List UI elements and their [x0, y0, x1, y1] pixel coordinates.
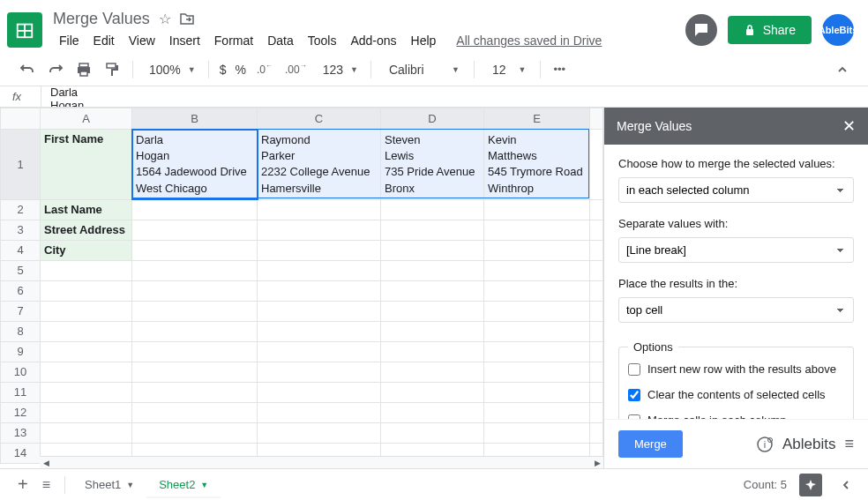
merge-how-select[interactable]: in each selected column	[618, 177, 854, 203]
row-header-4[interactable]: 4	[1, 240, 41, 260]
cell-F1[interactable]	[590, 130, 603, 200]
formula-input[interactable]: Darla Hogan	[41, 86, 868, 107]
all-sheets-button[interactable]: ≡	[35, 472, 57, 498]
save-status[interactable]: All changes saved in Drive	[456, 34, 602, 48]
col-header-A[interactable]: A	[41, 108, 132, 130]
tab-sheet2[interactable]: Sheet2▼	[146, 471, 221, 498]
sidebar-title: Merge Values	[617, 119, 692, 133]
scroll-right-icon[interactable]: ▶	[591, 459, 603, 467]
row-header-6[interactable]: 6	[1, 280, 41, 301]
separator-select[interactable]: [Line break]	[618, 237, 854, 263]
opt-insert-row-checkbox[interactable]	[628, 363, 640, 376]
col-header-C[interactable]: C	[258, 108, 381, 130]
zoom-select[interactable]: 100%▼	[140, 63, 201, 77]
row-header-2[interactable]: 2	[1, 199, 41, 220]
collapse-toolbar-button[interactable]	[831, 58, 854, 81]
horizontal-scrollbar[interactable]: ◀ ▶	[40, 456, 603, 468]
menu-edit[interactable]: Edit	[87, 30, 121, 51]
more-formats-button[interactable]: 123▼	[314, 63, 363, 77]
cell-A3[interactable]: Street Address	[41, 220, 132, 240]
share-button[interactable]: Share	[728, 16, 812, 44]
font-size-select[interactable]: 12▼	[482, 63, 534, 77]
comments-button[interactable]	[685, 14, 717, 46]
col-header-D[interactable]: D	[381, 108, 484, 130]
chevron-down-icon: ▼	[200, 481, 208, 489]
explore-button[interactable]	[799, 474, 822, 496]
row-header-9[interactable]: 9	[1, 341, 41, 362]
row-header-14[interactable]: 14	[1, 443, 41, 463]
currency-button[interactable]: $	[216, 63, 230, 77]
menu-format[interactable]: Format	[208, 30, 259, 51]
menu-icon[interactable]: ≡	[844, 435, 854, 453]
doc-title[interactable]: Merge Values	[53, 10, 150, 28]
opt-insert-row[interactable]: Insert new row with the results above	[628, 362, 844, 376]
increase-decimal-button[interactable]: .00→	[280, 58, 312, 81]
cell-A4[interactable]: City	[41, 240, 132, 260]
menu-file[interactable]: File	[53, 30, 86, 51]
redo-button[interactable]	[42, 56, 69, 83]
row-header-7[interactable]: 7	[1, 301, 41, 321]
sidebar-header: Merge Values ✕	[604, 108, 868, 145]
svg-rect-5	[79, 63, 88, 67]
decrease-decimal-button[interactable]: .0←	[251, 58, 278, 81]
merge-values-sidebar: Merge Values ✕ Choose how to merge the s…	[603, 108, 868, 468]
opt-clear-contents[interactable]: Clear the contents of selected cells	[628, 388, 844, 401]
col-header-extra[interactable]	[590, 108, 603, 130]
row-header-8[interactable]: 8	[1, 321, 41, 341]
options-fieldset: Options Insert new row with the results …	[618, 340, 854, 419]
close-icon[interactable]: ✕	[842, 116, 856, 136]
move-icon[interactable]	[180, 12, 194, 25]
undo-button[interactable]	[14, 56, 41, 83]
menu-view[interactable]: View	[123, 30, 161, 51]
menu-help[interactable]: Help	[405, 30, 443, 51]
row-header-1[interactable]: 1	[1, 130, 41, 200]
place-select[interactable]: top cell	[618, 297, 854, 323]
select-all-cell[interactable]	[1, 108, 41, 130]
cell-A2[interactable]: Last Name	[41, 199, 132, 220]
menu-tools[interactable]: Tools	[302, 30, 343, 51]
menu-addons[interactable]: Add-ons	[344, 30, 402, 51]
svg-text:i: i	[764, 439, 766, 450]
font-select[interactable]: Calibri▼	[378, 63, 467, 77]
row-header-13[interactable]: 13	[1, 422, 41, 443]
cell-A1[interactable]: First Name	[41, 130, 132, 200]
share-label: Share	[763, 23, 796, 37]
collapse-side-button[interactable]	[834, 474, 857, 496]
formula-bar: fx Darla Hogan	[0, 86, 868, 108]
title-area: Merge Values ☆ File Edit View Insert For…	[53, 10, 685, 51]
star-icon[interactable]: ☆	[159, 11, 171, 27]
fx-label[interactable]: fx	[7, 90, 41, 103]
row-header-5[interactable]: 5	[1, 260, 41, 280]
info-icon[interactable]: i	[756, 436, 774, 453]
cell-C1[interactable]: Raymond Parker 2232 College Avenue Hamer…	[258, 130, 381, 200]
merge-button[interactable]: Merge	[618, 430, 683, 458]
avatar[interactable]: AbleBits	[822, 14, 854, 46]
scroll-left-icon[interactable]: ◀	[40, 459, 52, 467]
print-button[interactable]	[71, 56, 97, 83]
menu-insert[interactable]: Insert	[163, 30, 206, 51]
col-header-B[interactable]: B	[132, 108, 258, 130]
menu-data[interactable]: Data	[261, 30, 300, 51]
main-area: A B C D E 1 First Name Darla Hogan 1564 …	[0, 108, 868, 468]
sidebar-footer: Merge i Ablebits ≡	[604, 419, 868, 468]
add-sheet-button[interactable]: +	[11, 469, 35, 500]
sidebar-body: Choose how to merge the selected values:…	[604, 145, 868, 419]
cell-D1[interactable]: Steven Lewis 735 Pride Avenue Bronx	[381, 130, 484, 200]
row-header-11[interactable]: 11	[1, 382, 41, 402]
more-toolbar-button[interactable]: •••	[548, 57, 571, 81]
cell-E1[interactable]: Kevin Matthews 545 Trymore Road Winthrop	[484, 130, 590, 200]
sheets-logo[interactable]	[7, 12, 42, 48]
grid-area[interactable]: A B C D E 1 First Name Darla Hogan 1564 …	[0, 108, 603, 468]
row-header-3[interactable]: 3	[1, 220, 41, 240]
opt-clear-contents-checkbox[interactable]	[628, 389, 640, 401]
row-header-10[interactable]: 10	[1, 362, 41, 382]
tab-sheet1[interactable]: Sheet1▼	[72, 471, 146, 498]
col-header-E[interactable]: E	[484, 108, 590, 130]
percent-button[interactable]: %	[232, 63, 250, 77]
cell-B1[interactable]: Darla Hogan 1564 Jadewood Drive West Chi…	[132, 130, 258, 200]
svg-rect-7	[80, 71, 87, 76]
row-header-12[interactable]: 12	[1, 402, 41, 422]
options-legend: Options	[628, 340, 678, 354]
status-count[interactable]: Count: 5	[744, 478, 787, 491]
paint-format-button[interactable]	[99, 56, 125, 83]
